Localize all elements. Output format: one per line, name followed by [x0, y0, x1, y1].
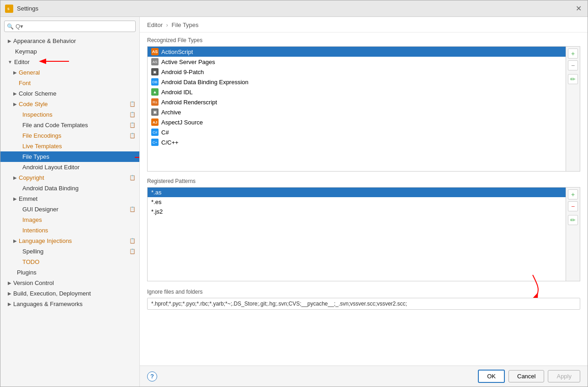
sidebar-item-live-templates[interactable]: Live Templates	[0, 141, 139, 151]
sidebar-item-emmet[interactable]: ▶ Emmet	[0, 194, 139, 204]
sidebar-item-file-code-templates[interactable]: File and Code Templates 📋	[0, 120, 139, 130]
search-input[interactable]	[4, 21, 136, 32]
sidebar-item-label: Intentions	[22, 227, 48, 234]
chevron-right-icon: ▶	[8, 280, 11, 285]
ignore-input[interactable]	[147, 298, 580, 310]
file-type-label: Archive	[161, 109, 181, 116]
file-type-androididl[interactable]: ▲ Android IDL	[148, 87, 566, 97]
sidebar-item-file-encodings[interactable]: File Encodings 📋	[0, 130, 139, 141]
pattern-label: *.as	[151, 189, 161, 196]
sidebar-item-color-scheme[interactable]: ▶ Color Scheme	[0, 88, 139, 99]
asp-icon: AS	[151, 58, 159, 65]
remove-file-type-button[interactable]: −	[568, 60, 578, 70]
sidebar-item-label: GUI Designer	[22, 206, 58, 213]
add-file-type-button[interactable]: +	[568, 48, 578, 59]
pattern-js2[interactable]: *.js2	[148, 207, 566, 216]
sidebar-item-copyright[interactable]: ▶ Copyright 📋	[0, 172, 139, 183]
file-type-android9patch[interactable]: ▣ Android 9-Patch	[148, 67, 566, 77]
sidebar-item-label: Font	[19, 80, 31, 86]
file-type-cpp[interactable]: C+ C/C++	[148, 137, 566, 147]
badge-icon: 📋	[129, 248, 136, 254]
sidebar-item-general[interactable]: ▶ General	[0, 67, 139, 78]
chevron-right-icon: ▶	[13, 91, 17, 96]
file-type-label: Active Server Pages	[161, 59, 215, 65]
pattern-as[interactable]: *.as	[148, 188, 566, 197]
sidebar-item-label: Editor	[14, 59, 30, 65]
sidebar-item-font[interactable]: Font	[0, 78, 139, 88]
window-title: Settings	[17, 5, 574, 12]
badge-icon: 📋	[129, 112, 136, 118]
pattern-label: *.js2	[151, 208, 163, 215]
file-type-label: C#	[161, 129, 169, 136]
sidebar-item-file-types[interactable]: File Types	[0, 151, 139, 162]
actionscript-icon: AS	[151, 48, 159, 55]
file-type-renderscript[interactable]: Rs Android Renderscript	[148, 97, 566, 107]
search-icon: 🔍	[7, 23, 14, 30]
ok-button[interactable]: OK	[478, 370, 505, 383]
sidebar-item-images[interactable]: Images	[0, 215, 139, 225]
aspectj-icon: AJ	[151, 118, 159, 126]
sidebar-item-build[interactable]: ▶ Build, Execution, Deployment	[0, 288, 139, 299]
sidebar-item-gui-designer[interactable]: GUI Designer 📋	[0, 204, 139, 215]
file-type-label: Android 9-Patch	[161, 69, 204, 75]
sidebar-item-label: Copyright	[19, 174, 44, 181]
help-button[interactable]: ?	[147, 371, 157, 382]
file-type-aspectj[interactable]: AJ AspectJ Source	[148, 117, 566, 127]
android9patch-icon: ▣	[151, 68, 159, 75]
recognized-label: Recognized File Types	[147, 37, 580, 43]
registered-panel: *.as *.es *.js2 + − ✏	[147, 187, 580, 281]
sidebar-item-android-data-binding[interactable]: Android Data Binding	[0, 183, 139, 194]
sidebar-item-intentions[interactable]: Intentions	[0, 225, 139, 236]
close-button[interactable]: ✕	[574, 4, 583, 13]
sidebar-item-label: Language Injections	[19, 237, 72, 244]
recognized-section: Recognized File Types AS ActionScript AS…	[140, 32, 588, 174]
chevron-right-icon: ▶	[8, 38, 11, 43]
sidebar-item-language-injections[interactable]: ▶ Language Injections 📋	[0, 236, 139, 246]
settings-window: S Settings ✕ 🔍 ▶ Appearance & Behavior	[0, 0, 588, 387]
chevron-down-icon: ▼	[8, 59, 12, 64]
sidebar-item-version-control[interactable]: ▶ Version Control	[0, 278, 139, 288]
sidebar-item-label: Code Style	[19, 101, 48, 108]
sidebar-item-plugins[interactable]: Plugins	[0, 267, 139, 278]
file-type-label: Android Renderscript	[161, 99, 217, 106]
pattern-es[interactable]: *.es	[148, 197, 566, 207]
sidebar-item-label: Build, Execution, Deployment	[13, 290, 91, 297]
file-type-csharp[interactable]: C# C#	[148, 127, 566, 137]
file-type-asp[interactable]: AS Active Server Pages	[148, 57, 566, 67]
sidebar-item-languages[interactable]: ▶ Languages & Frameworks	[0, 299, 139, 309]
ignore-label: Ignore files and folders	[147, 289, 580, 295]
file-type-label: Android Data Binding Expression	[161, 79, 249, 86]
sidebar-item-android-layout[interactable]: Android Layout Editor	[0, 162, 139, 172]
pattern-label: *.es	[151, 199, 161, 205]
add-pattern-button[interactable]: +	[568, 189, 578, 199]
edit-file-type-button[interactable]: ✏	[568, 74, 578, 84]
registered-label: Registered Patterns	[147, 178, 580, 184]
cancel-button[interactable]: Cancel	[509, 370, 544, 382]
cpp-icon: C+	[151, 139, 159, 146]
sidebar-item-todo[interactable]: TODO	[0, 257, 139, 267]
apply-button[interactable]: Apply	[548, 370, 580, 382]
file-type-actionscript[interactable]: AS ActionScript	[148, 47, 566, 57]
sidebar-item-code-style[interactable]: ▶ Code Style 📋	[0, 99, 139, 109]
remove-pattern-button[interactable]: −	[568, 201, 578, 211]
badge-icon: 📋	[129, 133, 136, 139]
sidebar-item-label: Languages & Frameworks	[13, 301, 83, 307]
sidebar-item-label: File and Code Templates	[22, 122, 88, 129]
sidebar-item-inspections[interactable]: Inspections 📋	[0, 109, 139, 120]
edit-pattern-button[interactable]: ✏	[568, 215, 578, 225]
file-type-androiddb[interactable]: DB Android Data Binding Expression	[148, 77, 566, 87]
badge-icon: 📋	[129, 238, 136, 244]
sidebar: 🔍 ▶ Appearance & Behavior Keymap ▼	[0, 17, 140, 387]
main-content: 🔍 ▶ Appearance & Behavior Keymap ▼	[0, 17, 588, 387]
sidebar-item-appearance[interactable]: ▶ Appearance & Behavior	[0, 36, 139, 46]
sidebar-item-label: Android Data Binding	[22, 185, 79, 192]
pattern-buttons: + − ✏	[566, 188, 580, 281]
sidebar-item-spelling[interactable]: Spelling 📋	[0, 246, 139, 257]
chevron-right-icon: ▶	[13, 102, 17, 107]
sidebar-item-editor[interactable]: ▼ Editor	[0, 57, 139, 67]
sidebar-item-label: Android Layout Editor	[22, 164, 79, 171]
search-box: 🔍	[4, 21, 136, 32]
sidebar-item-keymap[interactable]: Keymap	[0, 46, 139, 57]
file-type-archive[interactable]: ▣ Archive	[148, 107, 566, 117]
bottom-bar: ? OK Cancel Apply	[140, 366, 588, 387]
